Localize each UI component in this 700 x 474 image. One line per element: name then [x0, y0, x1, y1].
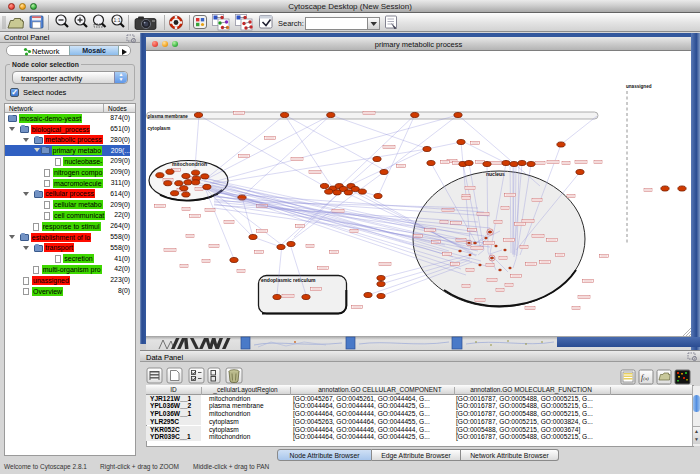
svg-text:plasma membrane: plasma membrane — [148, 114, 189, 119]
svg-text:cytoplasm: cytoplasm — [148, 126, 171, 131]
svg-text:nucleus: nucleus — [486, 171, 505, 177]
svg-text:mitochondrion: mitochondrion — [172, 161, 207, 167]
svg-text:1:1: 1:1 — [114, 17, 121, 23]
svg-text:Search:: Search: — [278, 19, 304, 28]
svg-text:unassigned: unassigned — [626, 84, 652, 89]
svg-text:endoplasmic reticulum: endoplasmic reticulum — [261, 277, 316, 283]
